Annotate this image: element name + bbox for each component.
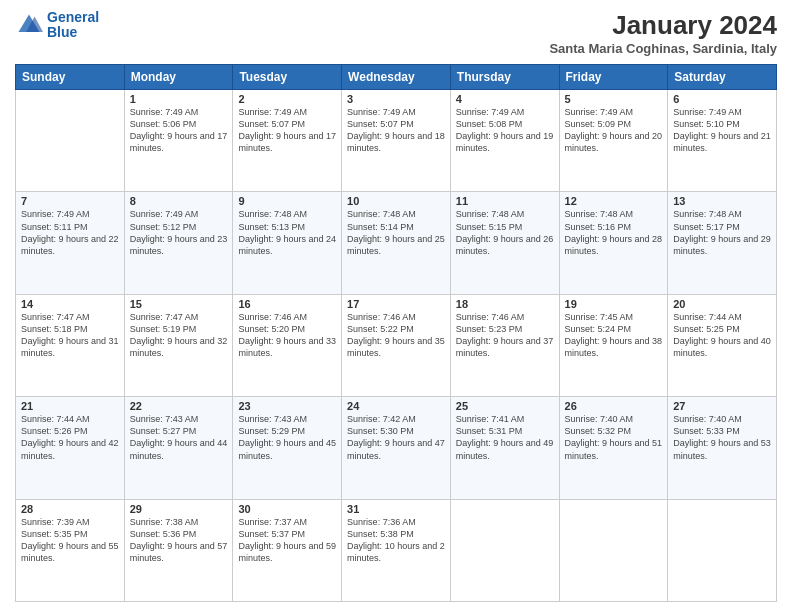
day-number: 21 <box>21 400 119 412</box>
calendar-cell: 23Sunrise: 7:43 AMSunset: 5:29 PMDayligh… <box>233 397 342 499</box>
cell-info: Sunrise: 7:45 AMSunset: 5:24 PMDaylight:… <box>565 311 663 360</box>
day-number: 24 <box>347 400 445 412</box>
calendar-cell: 28Sunrise: 7:39 AMSunset: 5:35 PMDayligh… <box>16 499 125 601</box>
calendar-cell: 12Sunrise: 7:48 AMSunset: 5:16 PMDayligh… <box>559 192 668 294</box>
cell-info: Sunrise: 7:42 AMSunset: 5:30 PMDaylight:… <box>347 413 445 462</box>
calendar-cell: 5Sunrise: 7:49 AMSunset: 5:09 PMDaylight… <box>559 90 668 192</box>
calendar-cell: 10Sunrise: 7:48 AMSunset: 5:14 PMDayligh… <box>342 192 451 294</box>
calendar-cell: 16Sunrise: 7:46 AMSunset: 5:20 PMDayligh… <box>233 294 342 396</box>
calendar-cell: 22Sunrise: 7:43 AMSunset: 5:27 PMDayligh… <box>124 397 233 499</box>
day-number: 6 <box>673 93 771 105</box>
cell-info: Sunrise: 7:48 AMSunset: 5:14 PMDaylight:… <box>347 208 445 257</box>
calendar-cell <box>16 90 125 192</box>
calendar-cell: 2Sunrise: 7:49 AMSunset: 5:07 PMDaylight… <box>233 90 342 192</box>
calendar-cell: 25Sunrise: 7:41 AMSunset: 5:31 PMDayligh… <box>450 397 559 499</box>
cell-info: Sunrise: 7:39 AMSunset: 5:35 PMDaylight:… <box>21 516 119 565</box>
calendar-cell: 15Sunrise: 7:47 AMSunset: 5:19 PMDayligh… <box>124 294 233 396</box>
cell-info: Sunrise: 7:49 AMSunset: 5:08 PMDaylight:… <box>456 106 554 155</box>
calendar-cell: 13Sunrise: 7:48 AMSunset: 5:17 PMDayligh… <box>668 192 777 294</box>
day-number: 11 <box>456 195 554 207</box>
day-number: 29 <box>130 503 228 515</box>
day-number: 8 <box>130 195 228 207</box>
calendar-cell: 17Sunrise: 7:46 AMSunset: 5:22 PMDayligh… <box>342 294 451 396</box>
cell-info: Sunrise: 7:49 AMSunset: 5:09 PMDaylight:… <box>565 106 663 155</box>
logo-text: General Blue <box>47 10 99 41</box>
day-number: 30 <box>238 503 336 515</box>
day-number: 14 <box>21 298 119 310</box>
day-number: 3 <box>347 93 445 105</box>
calendar-cell: 30Sunrise: 7:37 AMSunset: 5:37 PMDayligh… <box>233 499 342 601</box>
calendar-cell: 29Sunrise: 7:38 AMSunset: 5:36 PMDayligh… <box>124 499 233 601</box>
header-tuesday: Tuesday <box>233 65 342 90</box>
calendar-cell <box>450 499 559 601</box>
logo-icon <box>15 11 43 39</box>
header-wednesday: Wednesday <box>342 65 451 90</box>
day-number: 13 <box>673 195 771 207</box>
calendar-week-4: 21Sunrise: 7:44 AMSunset: 5:26 PMDayligh… <box>16 397 777 499</box>
day-number: 18 <box>456 298 554 310</box>
day-number: 31 <box>347 503 445 515</box>
day-number: 20 <box>673 298 771 310</box>
header: General Blue January 2024 Santa Maria Co… <box>15 10 777 56</box>
day-number: 25 <box>456 400 554 412</box>
calendar-cell: 21Sunrise: 7:44 AMSunset: 5:26 PMDayligh… <box>16 397 125 499</box>
day-number: 19 <box>565 298 663 310</box>
day-number: 7 <box>21 195 119 207</box>
day-number: 4 <box>456 93 554 105</box>
cell-info: Sunrise: 7:40 AMSunset: 5:32 PMDaylight:… <box>565 413 663 462</box>
calendar-cell: 26Sunrise: 7:40 AMSunset: 5:32 PMDayligh… <box>559 397 668 499</box>
calendar-cell: 31Sunrise: 7:36 AMSunset: 5:38 PMDayligh… <box>342 499 451 601</box>
title-block: January 2024 Santa Maria Coghinas, Sardi… <box>549 10 777 56</box>
cell-info: Sunrise: 7:47 AMSunset: 5:19 PMDaylight:… <box>130 311 228 360</box>
cell-info: Sunrise: 7:44 AMSunset: 5:26 PMDaylight:… <box>21 413 119 462</box>
cell-info: Sunrise: 7:38 AMSunset: 5:36 PMDaylight:… <box>130 516 228 565</box>
calendar-cell: 19Sunrise: 7:45 AMSunset: 5:24 PMDayligh… <box>559 294 668 396</box>
calendar-week-2: 7Sunrise: 7:49 AMSunset: 5:11 PMDaylight… <box>16 192 777 294</box>
cell-info: Sunrise: 7:43 AMSunset: 5:29 PMDaylight:… <box>238 413 336 462</box>
cell-info: Sunrise: 7:49 AMSunset: 5:12 PMDaylight:… <box>130 208 228 257</box>
header-thursday: Thursday <box>450 65 559 90</box>
cell-info: Sunrise: 7:49 AMSunset: 5:11 PMDaylight:… <box>21 208 119 257</box>
calendar-week-1: 1Sunrise: 7:49 AMSunset: 5:06 PMDaylight… <box>16 90 777 192</box>
day-number: 17 <box>347 298 445 310</box>
calendar-week-5: 28Sunrise: 7:39 AMSunset: 5:35 PMDayligh… <box>16 499 777 601</box>
day-number: 23 <box>238 400 336 412</box>
logo: General Blue <box>15 10 99 41</box>
calendar-cell: 20Sunrise: 7:44 AMSunset: 5:25 PMDayligh… <box>668 294 777 396</box>
day-number: 28 <box>21 503 119 515</box>
day-number: 5 <box>565 93 663 105</box>
calendar-table: Sunday Monday Tuesday Wednesday Thursday… <box>15 64 777 602</box>
calendar-cell: 27Sunrise: 7:40 AMSunset: 5:33 PMDayligh… <box>668 397 777 499</box>
day-number: 12 <box>565 195 663 207</box>
cell-info: Sunrise: 7:43 AMSunset: 5:27 PMDaylight:… <box>130 413 228 462</box>
cell-info: Sunrise: 7:48 AMSunset: 5:17 PMDaylight:… <box>673 208 771 257</box>
cell-info: Sunrise: 7:48 AMSunset: 5:13 PMDaylight:… <box>238 208 336 257</box>
calendar-cell: 18Sunrise: 7:46 AMSunset: 5:23 PMDayligh… <box>450 294 559 396</box>
cell-info: Sunrise: 7:44 AMSunset: 5:25 PMDaylight:… <box>673 311 771 360</box>
cell-info: Sunrise: 7:46 AMSunset: 5:22 PMDaylight:… <box>347 311 445 360</box>
cell-info: Sunrise: 7:40 AMSunset: 5:33 PMDaylight:… <box>673 413 771 462</box>
cell-info: Sunrise: 7:48 AMSunset: 5:15 PMDaylight:… <box>456 208 554 257</box>
calendar-week-3: 14Sunrise: 7:47 AMSunset: 5:18 PMDayligh… <box>16 294 777 396</box>
day-number: 15 <box>130 298 228 310</box>
calendar-cell <box>668 499 777 601</box>
calendar-cell: 4Sunrise: 7:49 AMSunset: 5:08 PMDaylight… <box>450 90 559 192</box>
calendar-cell: 11Sunrise: 7:48 AMSunset: 5:15 PMDayligh… <box>450 192 559 294</box>
cell-info: Sunrise: 7:46 AMSunset: 5:23 PMDaylight:… <box>456 311 554 360</box>
header-monday: Monday <box>124 65 233 90</box>
day-number: 9 <box>238 195 336 207</box>
day-number: 1 <box>130 93 228 105</box>
day-number: 22 <box>130 400 228 412</box>
header-sunday: Sunday <box>16 65 125 90</box>
calendar-header-row: Sunday Monday Tuesday Wednesday Thursday… <box>16 65 777 90</box>
cell-info: Sunrise: 7:49 AMSunset: 5:07 PMDaylight:… <box>238 106 336 155</box>
month-title: January 2024 <box>549 10 777 41</box>
cell-info: Sunrise: 7:36 AMSunset: 5:38 PMDaylight:… <box>347 516 445 565</box>
calendar-cell: 6Sunrise: 7:49 AMSunset: 5:10 PMDaylight… <box>668 90 777 192</box>
day-number: 16 <box>238 298 336 310</box>
header-saturday: Saturday <box>668 65 777 90</box>
cell-info: Sunrise: 7:46 AMSunset: 5:20 PMDaylight:… <box>238 311 336 360</box>
calendar-cell: 14Sunrise: 7:47 AMSunset: 5:18 PMDayligh… <box>16 294 125 396</box>
calendar-cell: 24Sunrise: 7:42 AMSunset: 5:30 PMDayligh… <box>342 397 451 499</box>
cell-info: Sunrise: 7:47 AMSunset: 5:18 PMDaylight:… <box>21 311 119 360</box>
